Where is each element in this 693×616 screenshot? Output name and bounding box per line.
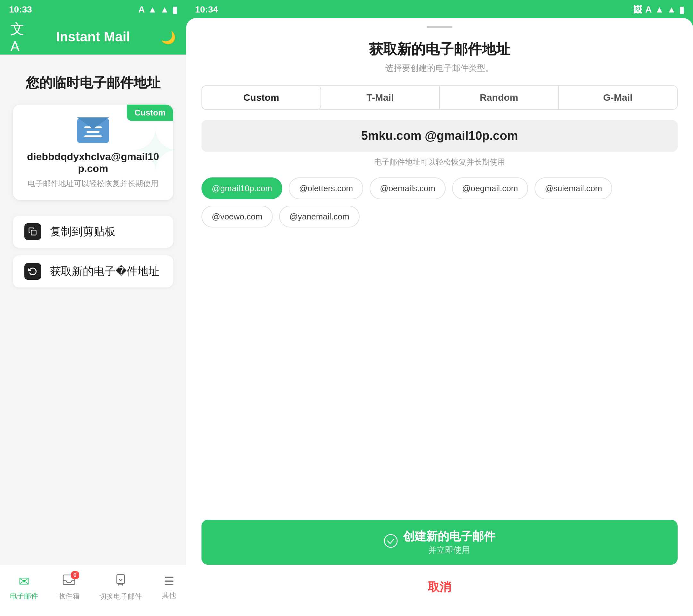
right-phone: 10:34 🖼 A ▲ ▲ ▮ 获取新的电子邮件地址 选择要创建的电子邮件类型。… xyxy=(186,0,693,616)
domain-chip-suiemail[interactable]: @suiemail.com xyxy=(535,177,612,199)
right-battery-icon: ▮ xyxy=(679,4,684,15)
domain-display: 5mku.com @gmail10p.com xyxy=(201,120,678,152)
svg-point-3 xyxy=(384,535,397,547)
battery-icon: ▮ xyxy=(172,4,177,15)
right-wifi-icon: ▲ xyxy=(655,4,664,15)
email-address: diebbdqdyxhclva@gmail10p.com xyxy=(26,151,160,175)
left-phone: 10:33 A ▲ ▲ ▮ 文A Instant Mail 🌙 您的临时电子邮件… xyxy=(0,0,186,616)
left-status-bar: 10:33 A ▲ ▲ ▮ xyxy=(0,0,186,19)
create-button-content: 创建新的电子邮件 并立即使用 xyxy=(384,529,495,556)
sheet-subtitle: 选择要创建的电子邮件类型。 xyxy=(201,63,678,74)
domain-chip-oemails[interactable]: @oemails.com xyxy=(370,177,445,199)
sheet-handle xyxy=(427,26,452,28)
new-email-button[interactable]: 获取新的电子�件地址 xyxy=(13,255,173,287)
signal-icon: ▲ xyxy=(160,4,169,15)
mail-flap xyxy=(77,117,109,129)
image-icon: 🖼 xyxy=(633,4,642,15)
app-title: Instant Mail xyxy=(29,29,157,45)
tab-random[interactable]: Random xyxy=(440,86,559,109)
nav-more-label: 其他 xyxy=(162,591,176,600)
domain-chip-oletters[interactable]: @oletters.com xyxy=(289,177,363,199)
domain-hint: 电子邮件地址可以轻松恢复并长期使用 xyxy=(201,157,678,167)
svg-rect-0 xyxy=(31,230,36,235)
create-button-sub-label: 并立即使用 xyxy=(403,544,495,556)
mail-line-3 xyxy=(84,135,102,137)
modal-sheet: 获取新的电子邮件地址 选择要创建的电子邮件类型。 Custom T-Mail R… xyxy=(186,18,693,616)
nav-inbox-icon-container: 0 xyxy=(63,574,75,589)
right-status-bar: 10:34 🖼 A ▲ ▲ ▮ xyxy=(186,0,693,19)
sheet-title: 获取新的电子邮件地址 xyxy=(201,40,678,59)
more-nav-icon: ☰ xyxy=(164,575,174,588)
mail-icon xyxy=(77,117,109,143)
domain-chip-oegmail[interactable]: @oegmail.com xyxy=(452,177,529,199)
translate-icon[interactable]: 文A xyxy=(10,20,29,55)
copy-button[interactable]: 复制到剪贴板 xyxy=(13,216,173,248)
new-email-label: 获取新的电子�件地址 xyxy=(50,264,159,279)
right-signal-icon: ▲ xyxy=(667,4,676,15)
switch-nav-icon xyxy=(114,573,127,589)
refresh-icon xyxy=(24,263,41,280)
domain-chip-yanemail[interactable]: @yanemail.com xyxy=(279,206,360,227)
right-a-icon: A xyxy=(645,4,652,15)
cancel-label: 取消 xyxy=(428,579,451,595)
nav-item-switch[interactable]: 切换电子邮件 xyxy=(99,573,142,601)
dark-mode-icon[interactable]: 🌙 xyxy=(157,29,176,45)
custom-badge: Custom xyxy=(127,105,173,121)
inbox-badge: 0 xyxy=(71,571,79,579)
email-nav-icon: ✉ xyxy=(19,574,29,589)
email-subtitle: 电子邮件地址可以轻松恢复并长期使用 xyxy=(27,178,158,188)
nav-inbox-label: 收件箱 xyxy=(58,591,80,601)
nav-item-more[interactable]: ☰ 其他 xyxy=(162,575,176,600)
tab-tmail[interactable]: T-Mail xyxy=(321,86,440,109)
domain-chip-voewo[interactable]: @voewo.com xyxy=(201,206,273,227)
left-main-content: 您的临时电子邮件地址 Custom diebbdqdyxhclva@gmail1… xyxy=(0,55,186,565)
copy-label: 复制到剪贴板 xyxy=(50,224,116,239)
tab-gmail[interactable]: G-Mail xyxy=(559,86,677,109)
create-button-main-label: 创建新的电子邮件 xyxy=(403,529,495,544)
bottom-nav: ✉ 电子邮件 0 收件箱 xyxy=(0,565,186,616)
right-status-icons: 🖼 A ▲ ▲ ▮ xyxy=(633,4,684,15)
nav-switch-label: 切换电子邮件 xyxy=(99,592,142,601)
mail-line-2 xyxy=(87,131,99,133)
right-time: 10:34 xyxy=(195,4,218,15)
page-title: 您的临时电子邮件地址 xyxy=(26,74,160,92)
nav-item-email[interactable]: ✉ 电子邮件 xyxy=(10,574,38,601)
email-card: Custom diebbdqdyxhclva@gmail10p.com 电子邮件… xyxy=(13,105,173,200)
domains-grid: @gmail10p.com @oletters.com @oemails.com… xyxy=(201,177,678,227)
check-circle-icon xyxy=(384,534,398,551)
notification-icon: A xyxy=(138,4,145,15)
nav-email-icon-container: ✉ xyxy=(19,574,29,589)
wifi-icon: ▲ xyxy=(148,4,157,15)
left-time: 10:33 xyxy=(9,4,32,15)
copy-icon xyxy=(24,223,41,240)
svg-rect-2 xyxy=(117,575,124,583)
domain-chip-gmail10p[interactable]: @gmail10p.com xyxy=(201,177,282,199)
create-email-button[interactable]: 创建新的电子邮件 并立即使用 xyxy=(201,520,678,565)
cancel-button[interactable]: 取消 xyxy=(201,571,678,603)
tab-custom[interactable]: Custom xyxy=(202,86,321,109)
app-header: 文A Instant Mail 🌙 xyxy=(0,19,186,55)
nav-email-label: 电子邮件 xyxy=(10,591,38,601)
nav-item-inbox[interactable]: 0 收件箱 xyxy=(58,574,80,601)
left-status-icons: A ▲ ▲ ▮ xyxy=(138,4,177,15)
tabs-container: Custom T-Mail Random G-Mail xyxy=(201,85,678,110)
